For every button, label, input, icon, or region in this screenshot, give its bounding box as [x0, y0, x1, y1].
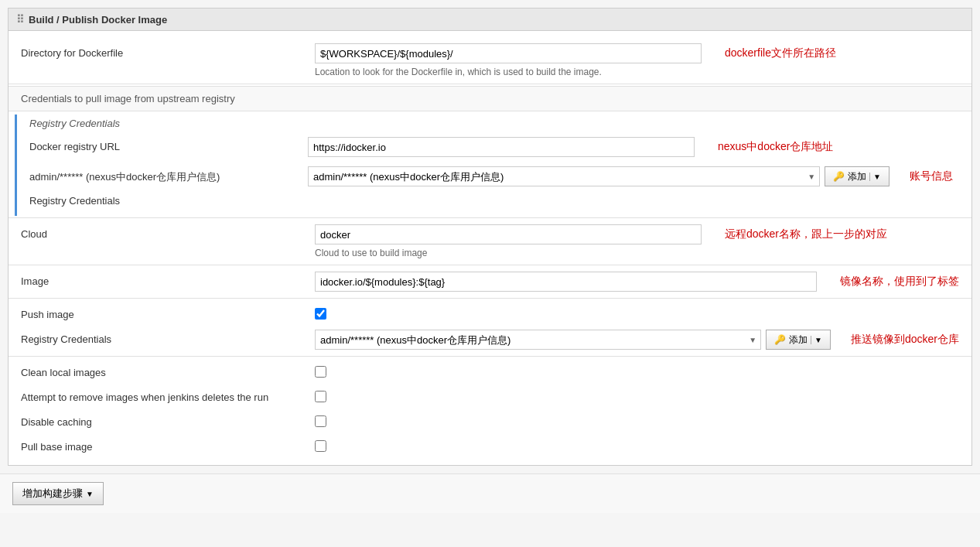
- disable-caching-control: [315, 412, 959, 427]
- cloud-annotation: 远程docker名称，跟上一步的对应: [725, 227, 887, 241]
- push-annotation: 推送镜像到docker仓库: [851, 333, 959, 347]
- image-control: 镜像名称，使用到了标签: [315, 272, 959, 292]
- panel-title: Build / Publish Docker Image: [29, 14, 167, 26]
- add-credentials-button[interactable]: 🔑 添加 ▼: [825, 166, 890, 186]
- docker-registry-url-label: Docker registry URL: [29, 137, 308, 152]
- directory-input[interactable]: [315, 43, 702, 63]
- registry-credentials-row: admin/****** (nexus中docker仓库用户信息) admin/…: [17, 162, 965, 191]
- push-image-label: Push image: [21, 305, 315, 320]
- push-image-row: Push image: [9, 300, 971, 325]
- credentials-section-header: Credentials to pull image from upstream …: [9, 86, 971, 111]
- pull-base-image-row: Pull base image: [9, 432, 971, 457]
- image-annotation: 镜像名称，使用到了标签: [840, 275, 959, 289]
- panel-header: ⠿ Build / Publish Docker Image: [9, 9, 971, 31]
- clean-local-images-checkbox[interactable]: [315, 366, 326, 378]
- bottom-bar: 增加构建步骤 ▼: [0, 473, 980, 513]
- drag-handle-icon[interactable]: ⠿: [16, 13, 24, 26]
- disable-caching-row: Disable caching: [9, 408, 971, 432]
- directory-hint: Location to look for the Dockerfile in, …: [315, 67, 959, 77]
- pull-base-image-control: [315, 437, 959, 452]
- add-step-dropdown-icon[interactable]: ▼: [86, 490, 94, 498]
- attempt-row: Attempt to remove images when jenkins de…: [9, 383, 971, 408]
- add-icon: 🔑: [833, 171, 845, 182]
- docker-registry-url-row: Docker registry URL nexus中docker仓库地址: [17, 132, 965, 162]
- disable-caching-label: Disable caching: [21, 412, 315, 428]
- add-credentials2-button[interactable]: 🔑 添加 ▼: [766, 330, 831, 350]
- registry-url-annotation: nexus中docker仓库地址: [718, 140, 833, 154]
- directory-row: Directory for Dockerfile dockerfile文件所在路…: [9, 39, 971, 82]
- add2-btn-dropdown-icon[interactable]: ▼: [811, 336, 822, 344]
- registry-credentials-select[interactable]: admin/****** (nexus中docker仓库用户信息): [308, 166, 820, 186]
- registry-credentials-sub-label: Registry Credentials: [17, 115, 965, 132]
- registry-credentials-select-wrapper: admin/****** (nexus中docker仓库用户信息) ▼: [308, 166, 820, 186]
- cloud-control: 远程docker名称，跟上一步的对应 Cloud to use to build…: [315, 224, 959, 258]
- registry-credentials2-control: admin/****** (nexus中docker仓库用户信息) ▼ 🔑 添加…: [315, 330, 959, 350]
- pull-base-image-checkbox[interactable]: [315, 440, 326, 452]
- attempt-checkbox[interactable]: [315, 391, 326, 402]
- registry-credentials-label-fix-row: Registry Credentials: [17, 191, 965, 216]
- registry-credentials2-input-row: admin/****** (nexus中docker仓库用户信息) ▼ 🔑 添加…: [315, 330, 959, 350]
- push-image-control: [315, 305, 959, 320]
- attempt-control: [315, 388, 959, 402]
- image-input[interactable]: [315, 272, 817, 292]
- cloud-row: Cloud 远程docker名称，跟上一步的对应 Cloud to use to…: [9, 220, 971, 263]
- registry-credentials-section: Registry Credentials Docker registry URL…: [15, 115, 965, 216]
- docker-registry-url-input[interactable]: [308, 137, 695, 157]
- pull-base-image-label: Pull base image: [21, 437, 315, 453]
- directory-annotation: dockerfile文件所在路径: [725, 46, 836, 60]
- directory-label: Directory for Dockerfile: [21, 43, 315, 59]
- add2-btn-label: 添加: [789, 333, 808, 347]
- clean-local-images-label: Clean local images: [21, 363, 315, 378]
- registry-credentials-static-label: Registry Credentials: [29, 191, 308, 207]
- add-btn-dropdown-icon[interactable]: ▼: [869, 173, 881, 181]
- credentials-section-label: Credentials to pull image from upstream …: [21, 93, 235, 104]
- attempt-label: Attempt to remove images when jenkins de…: [21, 388, 315, 403]
- build-publish-panel: ⠿ Build / Publish Docker Image Directory…: [8, 8, 972, 466]
- registry-credentials2-label: Registry Credentials: [21, 330, 315, 345]
- credentials-annotation: 账号信息: [910, 169, 953, 183]
- cloud-input[interactable]: [315, 224, 702, 244]
- add-step-label: 增加构建步骤: [22, 487, 83, 501]
- registry-credentials2-row: Registry Credentials admin/****** (nexus…: [9, 325, 971, 354]
- add-btn-label: 添加: [848, 170, 866, 183]
- cloud-label: Cloud: [21, 224, 315, 240]
- registry-credentials-control: admin/****** (nexus中docker仓库用户信息) ▼ 🔑 添加…: [308, 166, 953, 186]
- image-row: Image 镜像名称，使用到了标签: [9, 267, 971, 296]
- disable-caching-checkbox[interactable]: [315, 415, 326, 427]
- push-image-checkbox[interactable]: [315, 308, 326, 320]
- registry-credentials-input-row: admin/****** (nexus中docker仓库用户信息) ▼ 🔑 添加…: [308, 166, 953, 186]
- add2-icon: 🔑: [774, 334, 786, 345]
- add-step-button[interactable]: 增加构建步骤 ▼: [12, 482, 104, 505]
- registry-credentials2-select[interactable]: admin/****** (nexus中docker仓库用户信息): [315, 330, 761, 350]
- registry-credentials2-select-wrapper: admin/****** (nexus中docker仓库用户信息) ▼: [315, 330, 761, 350]
- directory-control: dockerfile文件所在路径 Location to look for th…: [315, 43, 959, 77]
- image-label: Image: [21, 272, 315, 287]
- panel-body: Directory for Dockerfile dockerfile文件所在路…: [9, 31, 971, 465]
- clean-local-images-control: [315, 363, 959, 378]
- clean-local-images-row: Clean local images: [9, 358, 971, 383]
- docker-registry-url-control: nexus中docker仓库地址: [308, 137, 953, 157]
- cloud-hint: Cloud to use to build image: [315, 248, 959, 258]
- registry-credentials-label: admin/****** (nexus中docker仓库用户信息): [29, 166, 308, 184]
